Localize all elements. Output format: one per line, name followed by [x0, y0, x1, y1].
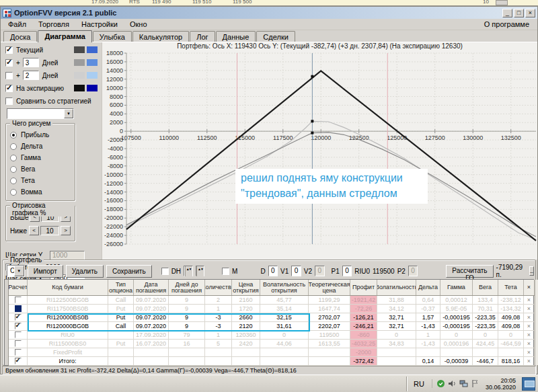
save-button[interactable]: Сохранить: [106, 265, 152, 278]
m-checkbox[interactable]: [222, 268, 229, 275]
show-desktop-icon[interactable]: [522, 377, 535, 391]
draw-option-дельта[interactable]: Дельта: [10, 141, 72, 152]
draw-option-прибыль[interactable]: Прибыль: [10, 129, 72, 141]
table-row[interactable]: RI120000BG0BCall09.07.20209-3212031,6122…: [9, 322, 535, 331]
menu-about[interactable]: О программе: [477, 19, 536, 30]
column-header[interactable]: Волатильность: [377, 280, 416, 295]
column-header[interactable]: Профит: [350, 280, 377, 295]
dh-checkbox[interactable]: [161, 268, 169, 275]
column-header[interactable]: Тета: [498, 280, 524, 295]
draw-option-гамма[interactable]: Гамма: [10, 152, 72, 163]
tab-диаграмма[interactable]: Диаграмма: [38, 30, 91, 42]
radio-icon[interactable]: [10, 155, 17, 161]
draw-option-вомма[interactable]: Вомма: [10, 186, 72, 198]
row-checkbox[interactable]: [15, 297, 22, 303]
row-delete-cell[interactable]: ×: [524, 313, 535, 321]
table-row[interactable]: RIU017.09.20207911203600119500-86001000×: [9, 331, 535, 340]
row-checkbox[interactable]: [15, 314, 22, 321]
draw-option-вега[interactable]: Вега: [10, 163, 72, 175]
row-delete-button[interactable]: ×: [527, 349, 531, 356]
row-check-cell[interactable]: [9, 357, 28, 365]
row-delete-cell[interactable]: ×: [524, 348, 535, 356]
layer-days-input[interactable]: [23, 58, 39, 67]
flag-icon[interactable]: [471, 379, 479, 388]
chevron-down-icon[interactable]: ▼: [14, 266, 24, 276]
tab-калькулятор[interactable]: Калькулятор: [132, 31, 189, 42]
column-header[interactable]: Дата погашения: [134, 280, 169, 295]
table-row[interactable]: RI117500BS0BPut09.07.202091172035,141647…: [9, 305, 535, 313]
calculate-go-button[interactable]: Рассчитать ГО: [446, 265, 493, 278]
tab-улыбка[interactable]: Улыбка: [93, 31, 132, 42]
column-header[interactable]: Цена открытия: [232, 280, 260, 295]
row-delete-button[interactable]: ×: [527, 358, 531, 364]
import-button[interactable]: Импорт: [28, 265, 63, 278]
row-checkbox[interactable]: [15, 323, 22, 329]
preset-dropdown[interactable]: ОК ▼: [7, 265, 25, 277]
tab-доска[interactable]: Доска: [3, 31, 37, 42]
table-row[interactable]: RI122500BG0BCall09.07.202092216045,77119…: [9, 296, 535, 305]
menu-item-окно[interactable]: Окно: [124, 19, 153, 30]
taskbar-clock[interactable]: 20:05 30.06.2020: [483, 377, 518, 391]
strategy-dropdown[interactable]: ▼: [7, 108, 74, 119]
network-icon[interactable]: [459, 379, 468, 388]
below-decrease-button[interactable]: <: [29, 226, 39, 235]
row-check-cell[interactable]: [9, 313, 28, 321]
row-delete-button[interactable]: ×: [527, 297, 531, 303]
v1-field[interactable]: 0: [291, 266, 301, 276]
layer-checkbox[interactable]: [5, 59, 13, 67]
row-delete-cell[interactable]: ×: [524, 340, 535, 348]
compare-strategy-checkbox[interactable]: [5, 97, 13, 105]
column-header[interactable]: Расчет: [9, 280, 28, 295]
row-delete-button[interactable]: ×: [527, 314, 531, 321]
radio-icon[interactable]: [10, 143, 17, 150]
row-check-cell[interactable]: [9, 331, 28, 339]
close-button[interactable]: ×: [525, 9, 535, 17]
table-total-row[interactable]: Итого:-372,420,14-0,00039-446,7818,16×: [9, 357, 535, 366]
column-header[interactable]: Волатильность открытия: [260, 280, 309, 295]
radio-icon[interactable]: [10, 166, 17, 173]
tab-данные[interactable]: Данные: [216, 31, 256, 42]
column-header[interactable]: Вега: [473, 280, 498, 295]
column-header[interactable]: Гамма: [440, 280, 473, 295]
delete-button[interactable]: Удалить: [66, 265, 104, 278]
below-increase-button[interactable]: >: [61, 226, 71, 235]
row-checkbox[interactable]: [15, 358, 22, 364]
table-row[interactable]: FixedProfit-2000×: [9, 348, 535, 357]
row-checkbox[interactable]: [15, 349, 22, 356]
row-delete-cell[interactable]: ×: [524, 296, 535, 304]
radio-icon[interactable]: [10, 178, 17, 184]
row-delete-cell[interactable]: ×: [524, 331, 535, 339]
row-check-cell[interactable]: [9, 340, 28, 348]
row-delete-button[interactable]: ×: [527, 331, 531, 338]
layer-checkbox[interactable]: [5, 85, 13, 92]
table-row[interactable]: RI120000BS0BPut09.07.20209-3266032,15270…: [9, 313, 535, 322]
row-check-cell[interactable]: [9, 296, 28, 304]
panel-minimize-button[interactable]: _: [529, 266, 534, 276]
row-delete-cell[interactable]: ×: [524, 357, 535, 365]
column-header[interactable]: ×: [524, 280, 535, 295]
d-field[interactable]: 0: [268, 266, 278, 276]
column-header[interactable]: Тип опциона: [108, 280, 134, 295]
row-delete-button[interactable]: ×: [527, 323, 531, 329]
table-row[interactable]: RI115000BS0Put16.07.2020165242044,061613…: [9, 340, 535, 348]
dh-spinner-2[interactable]: 1: [196, 266, 204, 276]
row-delete-button[interactable]: ×: [527, 305, 531, 312]
minimize-button[interactable]: _: [502, 9, 512, 17]
row-check-cell[interactable]: [9, 348, 28, 356]
chevron-down-icon[interactable]: ▼: [64, 109, 73, 118]
maximize-button[interactable]: □: [514, 9, 524, 17]
row-checkbox[interactable]: [15, 331, 22, 338]
row-delete-cell[interactable]: ×: [524, 305, 535, 313]
column-header[interactable]: Теоретическая цена: [309, 280, 350, 295]
layer-checkbox[interactable]: [5, 72, 13, 79]
tab-лог[interactable]: Лог: [190, 31, 215, 42]
layer-checkbox[interactable]: [5, 46, 13, 54]
volume-icon[interactable]: [448, 379, 457, 388]
menu-item-файл[interactable]: Файл: [2, 19, 32, 30]
antivirus-shield-icon[interactable]: [436, 379, 445, 388]
language-indicator[interactable]: RU: [410, 380, 428, 388]
column-header[interactable]: Дельта: [416, 280, 440, 295]
menu-item-настройки[interactable]: Настройки: [75, 19, 124, 30]
layer-days-input[interactable]: [23, 71, 39, 80]
column-header[interactable]: Количество: [205, 280, 232, 295]
